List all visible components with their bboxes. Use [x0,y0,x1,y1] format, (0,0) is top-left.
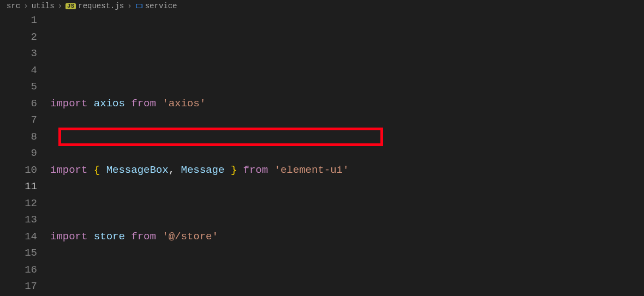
line-number: 16 [0,262,37,279]
line-number: 17 [0,278,37,295]
code-content[interactable]: import axios from 'axios' import { Messa… [50,12,644,296]
line-number: 2 [0,29,37,46]
line-number: 3 [0,45,37,62]
keyword: from [131,231,156,243]
svg-rect-0 [136,4,142,8]
code-line[interactable]: import { MessageBox, Message } from 'ele… [50,162,644,179]
breadcrumb[interactable]: src › utils › JS request.js › service [0,0,644,12]
keyword: import [50,98,87,110]
keyword: from [243,164,269,176]
code-line[interactable]: import store from '@/store' [50,228,644,245]
line-number: 5 [0,78,37,95]
symbol-variable-icon [135,2,143,10]
keyword: import [50,164,87,176]
line-number-gutter: 1 2 3 4 5 6 7 8 9 10 11 12 13 14 15 16 1… [0,12,50,296]
identifier: MessageBox [106,164,169,176]
identifier: axios [94,98,125,110]
chevron-right-icon: › [58,2,62,10]
identifier: Message [181,164,224,176]
keyword: from [131,98,156,110]
breadcrumb-segment[interactable]: src [7,2,20,10]
line-number: 9 [0,145,37,162]
brace: } [231,164,237,176]
line-number: 8 [0,129,37,146]
string: 'element-ui' [275,164,349,176]
code-editor[interactable]: 1 2 3 4 5 6 7 8 9 10 11 12 13 14 15 16 1… [0,12,644,296]
line-number: 14 [0,228,37,245]
code-line[interactable]: import axios from 'axios' [50,95,644,112]
js-file-icon: JS [65,3,76,9]
line-number: 10 [0,162,37,179]
line-number: 15 [0,245,37,262]
brace: { [94,164,100,176]
line-number: 4 [0,62,37,79]
punct: , [169,164,175,176]
line-number: 6 [0,95,37,112]
string: '@/store' [162,231,218,243]
highlight-box [58,128,383,146]
line-number: 13 [0,212,37,228]
line-number: 1 [0,12,37,29]
keyword: import [50,231,87,243]
chevron-right-icon: › [127,2,132,10]
chevron-right-icon: › [23,2,28,10]
breadcrumb-symbol[interactable]: service [145,2,177,10]
breadcrumb-file[interactable]: request.js [78,2,124,10]
line-number: 7 [0,112,37,129]
line-number: 11 [0,178,37,195]
breadcrumb-segment[interactable]: utils [32,2,55,10]
identifier: store [94,231,125,243]
line-number: 12 [0,195,37,212]
string: 'axios' [162,98,206,110]
